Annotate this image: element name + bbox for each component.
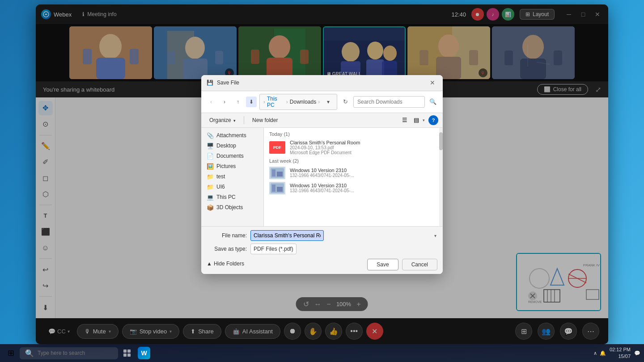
chevron-up-icon: ▲: [207, 261, 212, 267]
dialog-addressbar: ‹ › ↑ ⬇ › This PC › Downloads › ▾ ↻ 🔍: [201, 91, 443, 113]
file-name-2: Windows 10 Version 2310: [290, 168, 437, 173]
file-info-2: Windows 10 Version 2310 132-1966 4643/07…: [290, 168, 437, 178]
task-view-button[interactable]: [120, 346, 134, 360]
pictures-label: Pictures: [216, 163, 236, 169]
svg-rect-60: [277, 187, 283, 192]
back-button[interactable]: ‹: [206, 97, 216, 107]
forward-button[interactable]: ›: [219, 97, 230, 107]
windows-icon: ⊞: [8, 348, 14, 358]
file-name-1: Clarissa Smith's Personal Room: [290, 140, 437, 145]
file-date-3: 132-1966 4643/0741-2024-05-...: [290, 188, 437, 193]
test-label: test: [216, 173, 225, 180]
file-name-3: Windows 10 Version 2310: [290, 183, 437, 188]
tray-up-arrow[interactable]: ∧: [593, 350, 597, 356]
savetype-select[interactable]: PDF Files (*.pdf): [250, 244, 297, 254]
dialog-save-icon: 💾: [207, 80, 213, 86]
sidebar-ui6[interactable]: 📁 UI6: [201, 182, 263, 192]
file-thumb-3: [269, 182, 285, 194]
filename-input[interactable]: [250, 230, 324, 241]
documents-label: Documents: [216, 153, 244, 159]
main-window: Webex ℹ Meeting info 12:40 ⏺ ♪ 📊 ⊞ Layou…: [36, 4, 608, 344]
refresh-button[interactable]: ↻: [340, 97, 351, 107]
view-chevron[interactable]: ▾: [423, 118, 425, 122]
scrollbar-track[interactable]: [439, 128, 443, 226]
dialog-title-text: Save File: [217, 80, 239, 86]
notification-badge[interactable]: 💬: [634, 350, 640, 356]
notification-icon: 🔔: [600, 350, 606, 356]
documents-icon: 📄: [207, 153, 214, 160]
dialog-filelist[interactable]: Today (1) PDF Clarissa Smith's Personal …: [264, 128, 443, 226]
sidebar-attachments[interactable]: 📎 Attachments: [201, 130, 263, 141]
clock: 02:12 PM 15/07: [610, 346, 631, 360]
filename-label: File name:: [207, 232, 247, 239]
new-folder-button[interactable]: New folder: [249, 116, 281, 125]
save-file-dialog: 💾 Save File ✕ ‹ › ↑ ⬇ › This PC › Downlo…: [201, 75, 443, 274]
dialog-sidebar: 📎 Attachments 🖥️ Desktop 📄 Documents 🖼️ …: [201, 128, 264, 226]
breadcrumb-downloads[interactable]: Downloads: [290, 99, 316, 105]
svg-rect-62: [127, 349, 131, 353]
system-tray: ∧ 🔔: [593, 350, 606, 356]
address-breadcrumb[interactable]: › This PC › Downloads › ▾: [259, 94, 337, 110]
dialog-overlay: 💾 Save File ✕ ‹ › ↑ ⬇ › This PC › Downlo…: [36, 4, 608, 344]
dialog-title-left: 💾 Save File: [207, 80, 239, 86]
breadcrumb-dropdown[interactable]: ▾: [323, 97, 333, 107]
savetype-label: Save as type:: [207, 246, 247, 252]
footer-actions: Save Cancel: [367, 259, 437, 270]
up-button[interactable]: ↑: [233, 97, 243, 107]
file-thumb-2: [269, 167, 285, 179]
dialog-toolbar: Organize ▾ New folder ☰ ▤ ▾ ?: [201, 113, 443, 128]
dialog-body: 📎 Attachments 🖥️ Desktop 📄 Documents 🖼️ …: [201, 128, 443, 226]
sidebar-desktop[interactable]: 🖥️ Desktop: [201, 141, 263, 151]
search-button[interactable]: 🔍: [428, 97, 438, 107]
cancel-button[interactable]: Cancel: [402, 259, 437, 270]
file-date-2: 132-1966 4643/0741-2024-05-...: [290, 173, 437, 178]
svg-rect-64: [127, 354, 131, 357]
view-buttons: ☰ ▤ ▾: [399, 115, 425, 126]
search-input[interactable]: [353, 96, 425, 108]
organize-button[interactable]: Organize ▾: [206, 116, 239, 125]
dialog-footer: File name: ▾ Save as type: PDF Files (*.…: [201, 226, 443, 274]
file-date-1: 2024-09-10, 13:53.pdf: [290, 145, 437, 150]
sidebar-test[interactable]: 📁 test: [201, 172, 263, 182]
scrollbar-thumb[interactable]: [439, 132, 443, 150]
thispc-label: This PC: [216, 194, 236, 200]
svg-rect-56: [272, 169, 275, 177]
dialog-titlebar: 💾 Save File ✕: [201, 75, 443, 91]
filename-input-wrapper: ▾: [250, 230, 437, 241]
file-item-3[interactable]: Windows 10 Version 2310 132-1966 4643/07…: [264, 181, 443, 196]
taskbar-search[interactable]: 🔍: [20, 347, 118, 359]
filename-dropdown[interactable]: ▾: [434, 233, 436, 238]
sidebar-pictures[interactable]: 🖼️ Pictures: [201, 161, 263, 172]
thispc-icon: 💻: [207, 194, 214, 201]
webex-app-icon: W: [138, 347, 150, 359]
file-item-2[interactable]: Windows 10 Version 2310 132-1966 4643/07…: [264, 165, 443, 181]
sidebar-thispc[interactable]: 💻 This PC: [201, 192, 263, 202]
help-button[interactable]: ?: [428, 115, 438, 125]
save-button[interactable]: Save: [367, 259, 398, 270]
file-item-1[interactable]: PDF Clarissa Smith's Personal Room 2024-…: [264, 139, 443, 156]
view-list-button[interactable]: ☰: [399, 115, 410, 126]
webex-taskbar-app[interactable]: W: [136, 345, 152, 361]
attachments-icon: 📎: [207, 132, 214, 139]
hide-folders-button[interactable]: ▲ Hide Folders: [207, 259, 244, 269]
attachments-label: Attachments: [216, 132, 246, 139]
ui6-label: UI6: [216, 184, 225, 190]
download-nav-icon: ⬇: [246, 97, 257, 107]
savetype-input-wrapper: PDF Files (*.pdf): [250, 244, 437, 254]
start-button[interactable]: ⊞: [4, 346, 18, 360]
sidebar-3dobjects[interactable]: 📦 3D Objects: [201, 202, 263, 213]
view-details-button[interactable]: ▤: [411, 115, 422, 126]
hide-folders-label: Hide Folders: [214, 261, 244, 267]
sidebar-documents[interactable]: 📄 Documents: [201, 151, 263, 161]
file-thumb-1: PDF: [269, 141, 285, 154]
file-info-1: Clarissa Smith's Personal Room 2024-09-1…: [290, 140, 437, 155]
lastweek-header: Last week (2): [264, 156, 443, 165]
taskbar-search-input[interactable]: [38, 350, 109, 356]
svg-rect-57: [277, 172, 283, 177]
organize-label: Organize: [209, 117, 231, 123]
dialog-close-button[interactable]: ✕: [428, 78, 437, 88]
breadcrumb-sep3: ›: [318, 99, 320, 105]
svg-rect-61: [123, 349, 127, 353]
3dobjects-icon: 📦: [207, 204, 214, 211]
breadcrumb-thispc[interactable]: This PC: [267, 96, 284, 108]
